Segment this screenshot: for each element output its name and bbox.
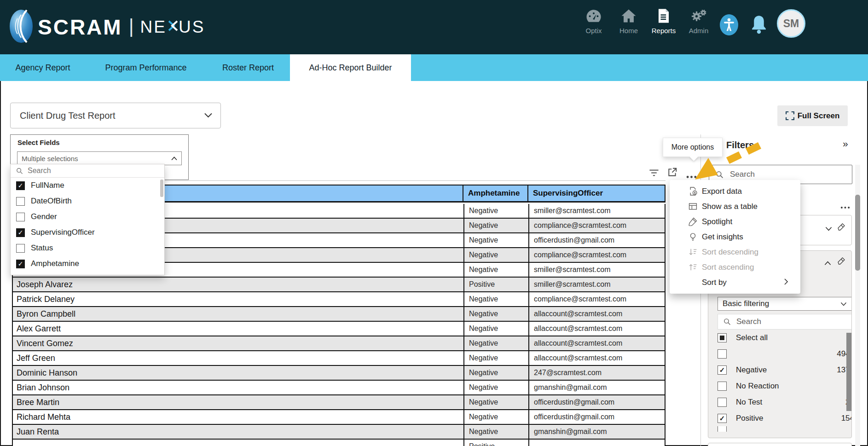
tab-program-performance[interactable]: Program Performance [86, 54, 206, 81]
chevron-down-icon[interactable] [825, 225, 832, 233]
annotation-arrow-icon [692, 137, 780, 183]
nav-item-home[interactable]: Home [611, 6, 646, 35]
column-header-supervisingofficer[interactable]: SupervisingOfficer [528, 185, 665, 201]
cell-supervising-officer: allaccount@scramtest.com [529, 351, 665, 365]
cell-fullname [13, 440, 464, 446]
menu-item-label: Export data [702, 187, 742, 196]
cell-amphetamine: Negative [464, 410, 529, 424]
menu-item-sort-by[interactable]: Sort by [670, 275, 800, 290]
user-avatar[interactable]: SM [777, 9, 805, 38]
checkbox-unchecked-icon[interactable] [16, 213, 25, 221]
column-header-amphetamine[interactable]: Amphetamine [463, 185, 528, 201]
field-option-amphetamine[interactable]: ✓Amphetamine [11, 256, 164, 272]
field-option-gender[interactable]: Gender [11, 209, 164, 225]
filter-type-select[interactable]: Basic filtering [718, 297, 852, 311]
notifications-bell-icon[interactable] [750, 13, 768, 35]
filter-values-search-input[interactable]: Search [718, 314, 852, 330]
table-row[interactable]: Richard MehtaNegativeofficerdustin@gmail… [12, 410, 665, 425]
field-option-supervisingofficer[interactable]: ✓SupervisingOfficer [11, 225, 164, 240]
table-row[interactable]: Positive [12, 440, 665, 446]
checkbox-checked-icon[interactable]: ✓ [718, 414, 727, 423]
full-screen-button[interactable]: Full Screen [777, 105, 848, 126]
accessibility-icon[interactable] [720, 14, 738, 35]
focus-mode-icon[interactable] [667, 167, 677, 179]
table-row[interactable]: Joseph AlvarezPositivesmiller@scramtest.… [12, 278, 665, 292]
filter-value-positive[interactable]: ✓Positive154 [718, 410, 852, 426]
checkbox-checked-icon[interactable]: ✓ [718, 365, 727, 375]
cell-supervising-officer: gmanshin@gmail.com [529, 425, 665, 439]
table-row[interactable]: Dominic HansonNegative247@scramtest.com [12, 366, 665, 381]
dropdown-scrollbar[interactable] [160, 180, 163, 197]
table-row[interactable]: Byron CampbellNegativeallaccount@scramte… [12, 307, 665, 322]
app-header: SCRAM | NEUS OptixHomeReportsAdmin SM [0, 0, 868, 54]
cell-amphetamine: Negative [464, 381, 529, 394]
cell-supervising-officer: allaccount@scramtest.com [529, 307, 665, 321]
checkbox-checked-icon[interactable]: ✓ [16, 228, 25, 237]
menu-item-sort-descending: Sort descending [670, 244, 800, 260]
nav-item-reports[interactable]: Reports [646, 6, 681, 35]
field-option-status[interactable]: Status [11, 240, 164, 256]
checkbox-checked-icon[interactable]: ✓ [16, 181, 25, 190]
filter-value-label: No Test [736, 398, 852, 407]
cell-supervising-officer [529, 440, 665, 446]
field-option-dateofbirth[interactable]: DateOfBirth [11, 193, 164, 209]
field-option-fullname[interactable]: ✓FullName [11, 178, 164, 193]
cell-amphetamine: Negative [464, 336, 529, 350]
menu-item-label: Sort descending [702, 248, 758, 257]
table-row[interactable]: Jeff GreenNegativeallaccount@scramtest.c… [12, 351, 665, 366]
cell-supervising-officer: allaccount@scramtest.com [529, 336, 665, 350]
filter-value-negative[interactable]: ✓Negative1373 [718, 362, 852, 378]
chevron-up-icon[interactable] [824, 259, 831, 267]
select-fields-title: Select Fields [17, 139, 60, 146]
table-row[interactable]: Bree MartinNegativeofficerdustin@gmail.c… [12, 395, 665, 410]
menu-item-get-insights[interactable]: Get insights [670, 229, 800, 244]
filter-select-all[interactable]: Select all [718, 330, 852, 346]
checkbox-indeterminate-icon[interactable] [718, 333, 727, 342]
checkbox-unchecked-icon[interactable] [16, 244, 25, 253]
report-type-select[interactable]: Client Drug Test Report [10, 103, 221, 128]
filter-visual-icon[interactable] [649, 169, 659, 179]
checkbox-unchecked-icon[interactable] [718, 398, 727, 407]
filter-value-partial[interactable] [718, 426, 852, 432]
cell-supervising-officer: compliance@scramtest.com [529, 248, 665, 262]
checkbox-unchecked-icon[interactable] [16, 275, 25, 276]
cell-supervising-officer: allaccount@scramtest.com [529, 322, 665, 336]
table-row[interactable]: Vincent GomezNegativeallaccount@scramtes… [12, 336, 665, 351]
filter-list-scrollbar[interactable] [846, 333, 851, 411]
cell-supervising-officer: smiller@scramtest.com [529, 263, 665, 277]
tab-agency-report[interactable]: Agency Report [0, 54, 86, 81]
eraser-icon[interactable] [837, 221, 846, 232]
filter-value-no-test[interactable]: No Test20 [718, 394, 852, 410]
show-table-icon [688, 202, 697, 211]
filter-value-blank[interactable]: 4943 [718, 346, 852, 362]
cell-amphetamine: Negative [464, 233, 529, 247]
checkbox-unchecked-icon[interactable] [718, 426, 727, 432]
tab-ad-hoc-report-builder[interactable]: Ad-Hoc Report Builder [290, 54, 411, 81]
cell-amphetamine: Negative [464, 263, 529, 277]
filter-values-search-placeholder: Search [736, 317, 761, 326]
filter-card-more-icon[interactable] [840, 203, 850, 211]
checkbox-checked-icon[interactable]: ✓ [16, 260, 25, 268]
tab-roster-report[interactable]: Roster Report [206, 54, 290, 81]
checkbox-unchecked-icon[interactable] [16, 197, 25, 206]
field-option-barbiturates[interactable]: Barbiturates [11, 272, 164, 275]
fields-multiselect[interactable]: Multiple selections [17, 151, 182, 165]
eraser-icon[interactable] [837, 255, 846, 266]
filters-scrollbar-thumb[interactable] [855, 195, 860, 271]
cell-fullname: Jeff Green [13, 351, 464, 365]
nav-item-optix[interactable]: Optix [576, 6, 611, 35]
filter-value-no-reaction[interactable]: No Reaction6 [718, 378, 852, 394]
table-row[interactable]: Patrick DelaneyNegativecompliance@scramt… [12, 292, 665, 307]
menu-item-export-data[interactable]: Export data [670, 184, 800, 199]
collapse-filters-icon[interactable]: » [843, 138, 848, 149]
table-row[interactable]: Juan RentaNegativegmanshin@gmail.com [12, 425, 665, 440]
table-row[interactable]: Alex GarrettNegativeallaccount@scramtest… [12, 322, 665, 336]
menu-item-spotlight[interactable]: Spotlight [670, 214, 800, 229]
table-row[interactable]: Brian JohnsonNegativegmanshin@gmail.com [12, 381, 665, 395]
field-option-label: Gender [31, 212, 57, 221]
menu-item-show-as-a-table[interactable]: Show as a table [670, 199, 800, 214]
nav-item-admin[interactable]: Admin [681, 6, 716, 35]
checkbox-unchecked-icon[interactable] [718, 382, 727, 391]
fields-search-input[interactable]: Search [11, 164, 164, 178]
checkbox-unchecked-icon[interactable] [718, 349, 727, 359]
